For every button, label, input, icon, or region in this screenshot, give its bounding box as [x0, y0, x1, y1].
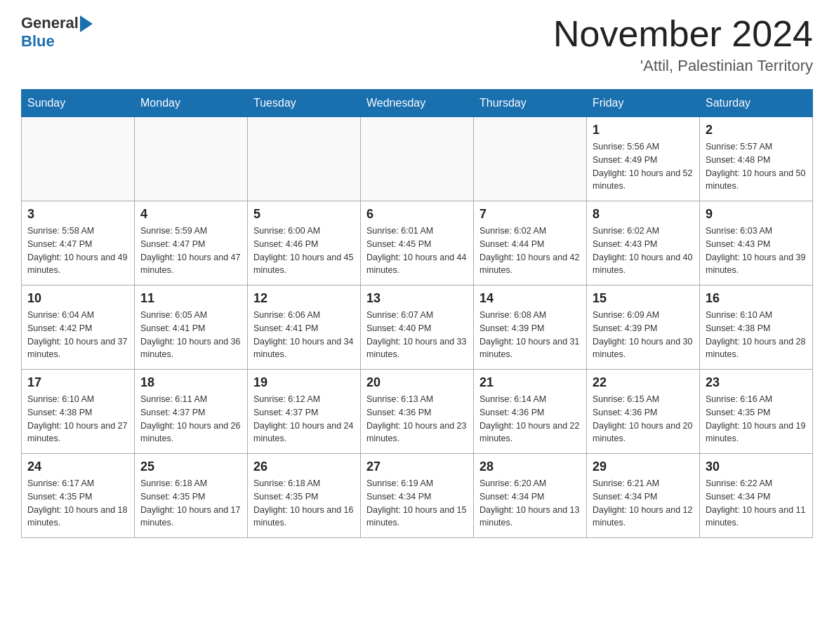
day-number: 5	[253, 207, 355, 222]
day-info: Sunrise: 6:08 AMSunset: 4:39 PMDaylight:…	[479, 309, 581, 361]
header-wednesday: Wednesday	[361, 90, 474, 117]
calendar-subtitle: 'Attil, Palestinian Territory	[553, 57, 813, 75]
table-cell: 15Sunrise: 6:09 AMSunset: 4:39 PMDayligh…	[587, 286, 700, 370]
day-number: 22	[593, 375, 694, 390]
table-cell: 7Sunrise: 6:02 AMSunset: 4:44 PMDaylight…	[474, 201, 587, 286]
day-number: 25	[140, 459, 241, 474]
day-number: 8	[593, 207, 694, 222]
table-cell: 24Sunrise: 6:17 AMSunset: 4:35 PMDayligh…	[22, 454, 135, 538]
day-number: 4	[140, 207, 241, 222]
day-info: Sunrise: 6:01 AMSunset: 4:45 PMDaylight:…	[366, 224, 468, 277]
day-info: Sunrise: 6:13 AMSunset: 4:36 PMDaylight:…	[366, 393, 468, 445]
day-info: Sunrise: 6:21 AMSunset: 4:34 PMDaylight:…	[593, 477, 694, 530]
day-info: Sunrise: 5:59 AMSunset: 4:47 PMDaylight:…	[140, 224, 241, 277]
day-number: 14	[479, 291, 581, 306]
day-number: 28	[479, 459, 581, 474]
table-cell: 30Sunrise: 6:22 AMSunset: 4:34 PMDayligh…	[700, 454, 813, 538]
day-info: Sunrise: 6:06 AMSunset: 4:41 PMDaylight:…	[253, 309, 355, 361]
day-info: Sunrise: 5:57 AMSunset: 4:48 PMDaylight:…	[706, 140, 807, 193]
day-info: Sunrise: 6:07 AMSunset: 4:40 PMDaylight:…	[366, 309, 468, 361]
table-cell: 6Sunrise: 6:01 AMSunset: 4:45 PMDaylight…	[361, 201, 474, 286]
day-number: 20	[366, 375, 468, 390]
day-info: Sunrise: 5:58 AMSunset: 4:47 PMDaylight:…	[27, 224, 128, 277]
day-info: Sunrise: 6:11 AMSunset: 4:37 PMDaylight:…	[140, 393, 241, 445]
day-number: 9	[706, 207, 807, 222]
table-cell	[248, 117, 361, 201]
day-info: Sunrise: 6:14 AMSunset: 4:36 PMDaylight:…	[479, 393, 581, 445]
table-cell: 4Sunrise: 5:59 AMSunset: 4:47 PMDaylight…	[135, 201, 248, 286]
calendar-table: Sunday Monday Tuesday Wednesday Thursday…	[21, 89, 813, 538]
day-info: Sunrise: 6:02 AMSunset: 4:44 PMDaylight:…	[479, 224, 581, 277]
day-number: 21	[479, 375, 581, 390]
day-info: Sunrise: 6:19 AMSunset: 4:34 PMDaylight:…	[366, 477, 468, 530]
day-number: 24	[27, 459, 128, 474]
week-row-2: 3Sunrise: 5:58 AMSunset: 4:47 PMDaylight…	[22, 201, 813, 286]
day-number: 2	[706, 123, 807, 137]
day-info: Sunrise: 6:18 AMSunset: 4:35 PMDaylight:…	[253, 477, 355, 530]
header-tuesday: Tuesday	[248, 90, 361, 117]
day-info: Sunrise: 6:04 AMSunset: 4:42 PMDaylight:…	[27, 309, 128, 361]
day-info: Sunrise: 6:20 AMSunset: 4:34 PMDaylight:…	[479, 477, 581, 530]
day-info: Sunrise: 6:10 AMSunset: 4:38 PMDaylight:…	[706, 309, 807, 361]
table-cell: 12Sunrise: 6:06 AMSunset: 4:41 PMDayligh…	[248, 286, 361, 370]
table-cell: 29Sunrise: 6:21 AMSunset: 4:34 PMDayligh…	[587, 454, 700, 538]
table-cell: 27Sunrise: 6:19 AMSunset: 4:34 PMDayligh…	[361, 454, 474, 538]
table-cell: 17Sunrise: 6:10 AMSunset: 4:38 PMDayligh…	[22, 370, 135, 454]
table-cell	[22, 117, 135, 201]
table-cell: 2Sunrise: 5:57 AMSunset: 4:48 PMDaylight…	[700, 117, 813, 201]
table-cell	[361, 117, 474, 201]
calendar-title: November 2024	[553, 14, 813, 54]
table-cell: 26Sunrise: 6:18 AMSunset: 4:35 PMDayligh…	[248, 454, 361, 538]
day-info: Sunrise: 6:22 AMSunset: 4:34 PMDaylight:…	[706, 477, 807, 530]
day-number: 15	[593, 291, 694, 306]
day-number: 18	[140, 375, 241, 390]
day-number: 13	[366, 291, 468, 306]
logo-blue: Blue	[21, 32, 93, 51]
day-info: Sunrise: 5:56 AMSunset: 4:49 PMDaylight:…	[593, 140, 694, 193]
header-monday: Monday	[135, 90, 248, 117]
day-number: 10	[27, 291, 128, 306]
table-cell: 22Sunrise: 6:15 AMSunset: 4:36 PMDayligh…	[587, 370, 700, 454]
header-saturday: Saturday	[700, 90, 813, 117]
table-cell: 14Sunrise: 6:08 AMSunset: 4:39 PMDayligh…	[474, 286, 587, 370]
day-number: 6	[366, 207, 468, 222]
day-number: 11	[140, 291, 241, 306]
table-cell: 20Sunrise: 6:13 AMSunset: 4:36 PMDayligh…	[361, 370, 474, 454]
day-number: 7	[479, 207, 581, 222]
day-info: Sunrise: 6:10 AMSunset: 4:38 PMDaylight:…	[27, 393, 128, 445]
logo: General Blue	[21, 14, 93, 51]
day-info: Sunrise: 6:17 AMSunset: 4:35 PMDaylight:…	[27, 477, 128, 530]
day-info: Sunrise: 6:09 AMSunset: 4:39 PMDaylight:…	[593, 309, 694, 361]
table-cell: 21Sunrise: 6:14 AMSunset: 4:36 PMDayligh…	[474, 370, 587, 454]
header-friday: Friday	[587, 90, 700, 117]
table-cell: 19Sunrise: 6:12 AMSunset: 4:37 PMDayligh…	[248, 370, 361, 454]
day-number: 29	[593, 459, 694, 474]
day-info: Sunrise: 6:12 AMSunset: 4:37 PMDaylight:…	[253, 393, 355, 445]
table-cell: 23Sunrise: 6:16 AMSunset: 4:35 PMDayligh…	[700, 370, 813, 454]
table-cell: 18Sunrise: 6:11 AMSunset: 4:37 PMDayligh…	[135, 370, 248, 454]
table-cell: 28Sunrise: 6:20 AMSunset: 4:34 PMDayligh…	[474, 454, 587, 538]
day-info: Sunrise: 6:02 AMSunset: 4:43 PMDaylight:…	[593, 224, 694, 277]
day-number: 17	[27, 375, 128, 390]
week-row-5: 24Sunrise: 6:17 AMSunset: 4:35 PMDayligh…	[22, 454, 813, 538]
day-info: Sunrise: 6:16 AMSunset: 4:35 PMDaylight:…	[706, 393, 807, 445]
day-number: 27	[366, 459, 468, 474]
table-cell: 1Sunrise: 5:56 AMSunset: 4:49 PMDaylight…	[587, 117, 700, 201]
table-cell: 25Sunrise: 6:18 AMSunset: 4:35 PMDayligh…	[135, 454, 248, 538]
table-cell: 9Sunrise: 6:03 AMSunset: 4:43 PMDaylight…	[700, 201, 813, 286]
calendar-header-row: Sunday Monday Tuesday Wednesday Thursday…	[22, 90, 813, 117]
day-number: 30	[706, 459, 807, 474]
table-cell: 16Sunrise: 6:10 AMSunset: 4:38 PMDayligh…	[700, 286, 813, 370]
title-section: November 2024 'Attil, Palestinian Territ…	[553, 14, 813, 75]
header-thursday: Thursday	[474, 90, 587, 117]
day-info: Sunrise: 6:03 AMSunset: 4:43 PMDaylight:…	[706, 224, 807, 277]
day-info: Sunrise: 6:15 AMSunset: 4:36 PMDaylight:…	[593, 393, 694, 445]
day-number: 19	[253, 375, 355, 390]
day-number: 3	[27, 207, 128, 222]
day-number: 1	[593, 123, 694, 137]
table-cell: 5Sunrise: 6:00 AMSunset: 4:46 PMDaylight…	[248, 201, 361, 286]
day-number: 16	[706, 291, 807, 306]
table-cell	[135, 117, 248, 201]
table-cell	[474, 117, 587, 201]
day-info: Sunrise: 6:00 AMSunset: 4:46 PMDaylight:…	[253, 224, 355, 277]
